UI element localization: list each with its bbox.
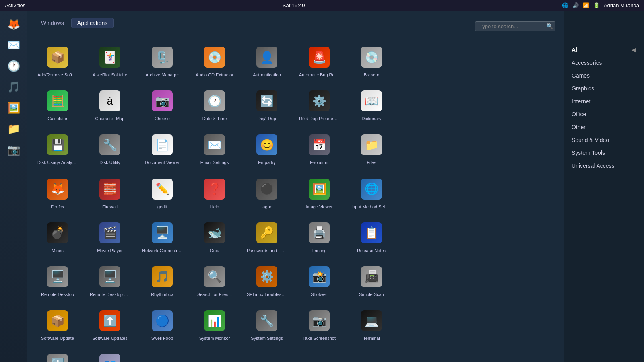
app-item-character-map[interactable]: àCharacter Map: [88, 85, 132, 125]
app-item-shotwell[interactable]: 📸Shotwell: [297, 261, 341, 300]
app-item-software-update[interactable]: 📦Software Update: [35, 304, 80, 344]
app-item-files[interactable]: 📁Files: [349, 129, 394, 169]
sidebar-item-all[interactable]: All◀: [564, 43, 644, 56]
dock-item-camera[interactable]: 📷: [4, 140, 23, 159]
tab-windows[interactable]: Windows: [35, 18, 70, 28]
volume-icon[interactable]: 🔊: [572, 2, 579, 8]
app-icon-graphic-document-viewer: 📄: [152, 134, 173, 155]
app-item-audio-cd-extractor[interactable]: 💿Audio CD Extractor: [192, 41, 237, 81]
app-icon-aisleriot-solitaire: 🃏: [97, 44, 123, 70]
app-item-date-time[interactable]: 🕐Date & Time: [192, 85, 237, 125]
app-icon-terminal: 💻: [359, 308, 384, 333]
app-icon-graphic-archive-manager: 🗜️: [152, 47, 173, 68]
app-item-movie-player[interactable]: 🎬Movie Player: [88, 217, 132, 257]
sidebar-item-internet[interactable]: Internet: [564, 95, 644, 108]
app-item-email-settings[interactable]: ✉️Email Settings: [192, 129, 237, 169]
app-icon-system-settings: 🔧: [254, 308, 280, 333]
app-item-system-settings[interactable]: 🔧System Settings: [245, 304, 289, 344]
app-item-orca[interactable]: 🐋Orca: [192, 217, 237, 257]
app-item-iagno[interactable]: ⚫Iagno: [245, 173, 289, 213]
app-item-input-method-selector[interactable]: 🌐Input Method Selector: [349, 173, 394, 213]
search-input[interactable]: [475, 21, 555, 31]
app-item-add-remove-software[interactable]: 📦Add/Remove Software: [35, 41, 80, 81]
app-label-firewall: Firewall: [102, 204, 118, 210]
sidebar-item-games[interactable]: Games: [564, 69, 644, 82]
app-label-orca: Orca: [210, 248, 219, 253]
app-icon-deja-dup-prefs: ⚙️: [306, 88, 332, 114]
app-item-rhythmbox[interactable]: 🎵Rhythmbox: [140, 261, 184, 300]
dock-item-firefox[interactable]: 🦊: [4, 14, 23, 34]
sidebar-item-universal-access[interactable]: Universal Access: [564, 159, 644, 172]
app-item-automatic-bug-reporting[interactable]: 🚨Automatic Bug Reporti...: [297, 41, 341, 81]
app-item-archive-manager[interactable]: 🗜️Archive Manager: [140, 41, 184, 81]
network-icon[interactable]: 📶: [583, 2, 589, 8]
app-label-network-connections: Network Connections: [142, 248, 182, 253]
dock: 🦊✉️🕐🎵🖼️📁📷: [0, 11, 27, 362]
app-item-deja-dup[interactable]: 🔄Déjà Dup: [245, 85, 289, 125]
app-item-authentication[interactable]: 👤Authentication: [245, 41, 289, 81]
app-item-evolution[interactable]: 📅Evolution: [297, 129, 341, 169]
app-item-deja-dup-prefs[interactable]: ⚙️Déjà Dup Preferences: [297, 85, 341, 125]
app-item-software-updates[interactable]: ⬆️Software Updates: [88, 304, 132, 344]
app-item-brasero[interactable]: 💿Brasero: [349, 41, 394, 81]
app-item-mines[interactable]: 💣Mines: [35, 217, 80, 257]
app-item-take-screenshot[interactable]: 📷Take Screenshot: [297, 304, 341, 344]
app-item-firewall[interactable]: 🧱Firewall: [88, 173, 132, 213]
app-item-calculator[interactable]: 🧮Calculator: [35, 85, 80, 125]
app-item-help[interactable]: ❓Help: [192, 173, 237, 213]
app-item-swell-foop[interactable]: 🔵Swell Foop: [140, 304, 184, 344]
app-icon-network-connections: 🖥️: [149, 220, 175, 246]
dock-item-clock[interactable]: 🕐: [4, 56, 23, 76]
sidebar-arrow-icon: ◀: [632, 47, 636, 53]
search-button[interactable]: 🔍: [546, 23, 553, 29]
app-item-document-viewer[interactable]: 📄Document Viewer: [140, 129, 184, 169]
user-menu[interactable]: Adrian Miranda: [604, 2, 639, 8]
app-icon-character-map: à: [97, 88, 123, 114]
app-item-remote-desktop-viewer[interactable]: 🖥️Remote Desktop Viewer: [88, 261, 132, 300]
app-item-empathy[interactable]: 😊Empathy: [245, 129, 289, 169]
battery-icon[interactable]: 🔋: [593, 2, 600, 8]
app-icon-graphic-terminal: 💻: [361, 310, 382, 331]
app-label-aisleriot-solitaire: AisleRiot Solitaire: [93, 72, 127, 78]
app-item-disk-utility[interactable]: 🔧Disk Utility: [88, 129, 132, 169]
app-item-users-and-groups[interactable]: 👥Users and Groups: [88, 348, 132, 362]
app-item-remote-desktop[interactable]: 🖥️Remote Desktop: [35, 261, 80, 300]
sidebar-item-graphics[interactable]: Graphics: [564, 82, 644, 95]
app-label-brasero: Brasero: [364, 72, 380, 78]
sidebar-item-office[interactable]: Office: [564, 108, 644, 121]
app-item-release-notes[interactable]: 📋Release Notes: [349, 217, 394, 257]
app-item-transmission[interactable]: ⬇️Transmission: [35, 348, 80, 362]
app-item-cheese[interactable]: 📷Cheese: [140, 85, 184, 125]
sidebar-item-accessories[interactable]: Accessories: [564, 56, 644, 69]
app-item-aisleriot-solitaire[interactable]: 🃏AisleRiot Solitaire: [88, 41, 132, 81]
sidebar-item-system-tools[interactable]: System Tools: [564, 146, 644, 159]
app-icon-evolution: 📅: [306, 132, 332, 158]
app-icon-automatic-bug-reporting: 🚨: [306, 44, 332, 70]
app-icon-graphic-remote-desktop: 🖥️: [47, 266, 68, 287]
app-item-gedit[interactable]: ✏️gedit: [140, 173, 184, 213]
app-item-terminal[interactable]: 💻Terminal: [349, 304, 394, 344]
app-item-network-connections[interactable]: 🖥️Network Connections: [140, 217, 184, 257]
dock-item-photos[interactable]: 🖼️: [4, 98, 23, 117]
app-item-passwords-and-encryption[interactable]: 🔑Passwords and Encry...: [245, 217, 289, 257]
app-item-system-monitor[interactable]: 📊System Monitor: [192, 304, 237, 344]
app-item-simple-scan[interactable]: 📠Simple Scan: [349, 261, 394, 300]
app-icon-graphic-add-remove-software: 📦: [47, 47, 68, 68]
dock-item-rhythmbox[interactable]: 🎵: [4, 77, 23, 97]
app-label-shotwell: Shotwell: [311, 292, 328, 297]
app-item-printing[interactable]: 🖨️Printing: [297, 217, 341, 257]
sidebar-item-other[interactable]: Other: [564, 121, 644, 134]
activities-button[interactable]: Activities: [5, 2, 25, 8]
app-item-firefox[interactable]: 🦊Firefox: [35, 173, 80, 213]
app-item-search-for-files[interactable]: 🔍Search for Files...: [192, 261, 237, 300]
dock-item-mail[interactable]: ✉️: [4, 35, 23, 55]
tab-applications[interactable]: Applications: [71, 18, 114, 28]
app-icon-graphic-disk-utility: 🔧: [99, 134, 120, 155]
app-icon-graphic-disk-usage-analyzer: 💾: [47, 134, 68, 155]
app-item-dictionary[interactable]: 📖Dictionary: [349, 85, 394, 125]
app-item-image-viewer[interactable]: 🖼️Image Viewer: [297, 173, 341, 213]
app-item-selinux-troubleshooter[interactable]: ⚙️SELinux Troubleshooter: [245, 261, 289, 300]
app-item-disk-usage-analyzer[interactable]: 💾Disk Usage Analyzer: [35, 129, 80, 169]
dock-item-files[interactable]: 📁: [4, 119, 23, 138]
sidebar-item-sound-video[interactable]: Sound & Video: [564, 134, 644, 146]
